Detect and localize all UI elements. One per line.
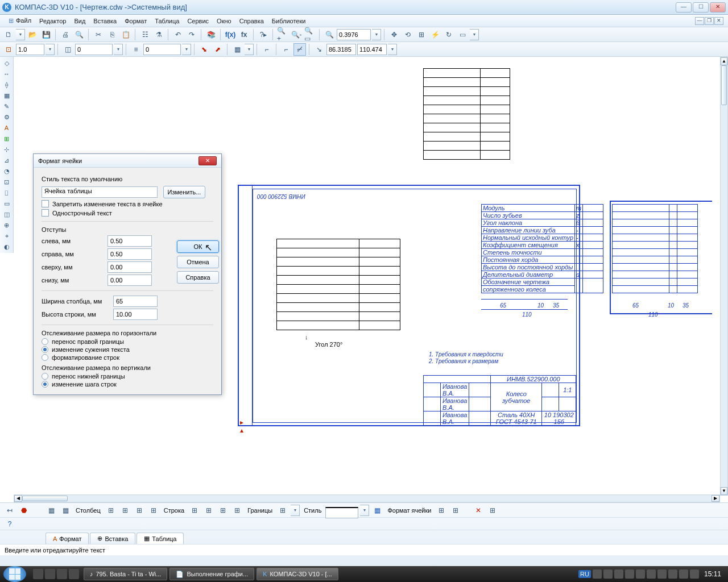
vt-text-icon[interactable]: A [1, 123, 13, 133]
ql-4[interactable] [69, 569, 79, 579]
vertical-scrollbar[interactable]: ▲▼ [720, 57, 728, 496]
lang-indicator[interactable]: RU [578, 570, 591, 578]
tab-format[interactable]: AФормат [46, 533, 89, 544]
tray-9[interactable] [679, 569, 688, 579]
print-icon[interactable]: 🖨 [59, 28, 72, 41]
bp-tbl2[interactable]: ▦ [59, 504, 72, 517]
bp-help-icon[interactable]: ? [3, 518, 16, 530]
radio-v1[interactable] [42, 373, 48, 380]
pan-icon[interactable]: ✥ [388, 28, 400, 41]
menu-window[interactable]: Окно [213, 16, 235, 26]
undo-icon[interactable]: ↶ [172, 28, 184, 41]
indent-bottom[interactable] [107, 275, 152, 286]
radio-h1[interactable] [42, 338, 48, 345]
radio-h2[interactable] [42, 346, 48, 353]
bp-arrow-icon[interactable]: ↤ [3, 504, 16, 517]
menu-format[interactable]: Формат [121, 16, 151, 26]
ql-1[interactable] [33, 569, 43, 579]
ok-button[interactable]: ОК [177, 240, 219, 253]
help-button[interactable]: Справка [177, 271, 219, 284]
tray-4[interactable] [625, 569, 634, 579]
menu-file[interactable]: Файл [5, 16, 35, 26]
linetype-icon[interactable]: ≡ [130, 43, 142, 56]
dialog-close-button[interactable]: ✕ [198, 156, 217, 165]
layer-icon[interactable]: ◫ [61, 43, 74, 56]
vt-spec-icon[interactable]: ⊞ [1, 134, 13, 144]
menu-help[interactable]: Справка [235, 16, 268, 26]
open-icon[interactable]: 📂 [26, 28, 39, 41]
indent-right[interactable] [107, 248, 152, 260]
vt-i3[interactable]: ◔ [1, 166, 13, 176]
vt-edit-icon[interactable]: ✎ [1, 101, 13, 111]
menu-edit[interactable]: Редактор [35, 16, 70, 26]
screen-dropdown[interactable]: ▾ [470, 29, 479, 40]
vt-i8[interactable]: ⊕ [1, 220, 13, 230]
cancel-button[interactable]: Отмена [177, 256, 219, 268]
bp-stop-icon[interactable]: ⬣ [18, 504, 30, 517]
ortho2-icon[interactable]: ⌐ [280, 43, 292, 56]
tab-insert[interactable]: ⊕Вставка [90, 533, 135, 544]
vt-dim-icon[interactable]: ↔ [1, 69, 13, 79]
menu-service[interactable]: Сервис [183, 16, 213, 26]
tray-3[interactable] [614, 569, 623, 579]
coord-y[interactable] [357, 44, 387, 55]
ql-3[interactable] [57, 569, 67, 579]
row-height[interactable] [113, 309, 158, 320]
lib-icon[interactable]: 📚 [205, 28, 217, 41]
vt-i6[interactable]: ▭ [1, 198, 13, 209]
state-v3[interactable] [143, 44, 181, 55]
vt-i4[interactable]: ⊡ [1, 177, 13, 187]
tray-8[interactable] [668, 569, 677, 579]
zoom-window-icon[interactable]: 🔍▭ [304, 28, 316, 41]
menu-insert[interactable]: Вставка [89, 16, 121, 26]
vt-i7[interactable]: ◫ [1, 209, 13, 219]
paste-icon[interactable]: 📋 [119, 28, 132, 41]
coord-x[interactable] [326, 44, 356, 55]
horizontal-scrollbar[interactable]: ◀▶ [14, 494, 720, 502]
bp-grid-icon[interactable]: ▦ [371, 504, 383, 517]
minimize-button[interactable]: — [676, 2, 692, 13]
tray-7[interactable] [657, 569, 667, 579]
indent-top[interactable] [107, 261, 152, 273]
task-1[interactable]: ♪795. Basta - Ti ta - Wi... [84, 568, 167, 580]
indent-left[interactable] [107, 235, 152, 247]
vt-i2[interactable]: ⊿ [1, 155, 13, 165]
clock[interactable]: 15:11 [701, 570, 725, 578]
copy-icon[interactable]: ⎘ [106, 28, 118, 41]
lock-checkbox[interactable] [42, 200, 49, 207]
zoom-fit-icon[interactable]: 🔍 [323, 28, 336, 41]
state-v2[interactable] [75, 44, 113, 55]
copy-props-icon[interactable]: ⚗ [152, 28, 165, 41]
mdi-restore[interactable]: ❐ [705, 17, 714, 25]
zoom-out-icon[interactable]: 🔍- [290, 28, 303, 41]
vt-hatch-icon[interactable]: ▦ [1, 90, 13, 101]
mdi-minimize[interactable]: — [695, 17, 704, 25]
radio-h3[interactable] [42, 354, 48, 361]
menu-view[interactable]: Вид [70, 16, 89, 26]
vt-i9[interactable]: ⌖ [1, 231, 13, 241]
views-icon[interactable]: ⊞ [415, 28, 428, 41]
var-icon[interactable]: f(x) [224, 28, 237, 41]
tray-5[interactable] [636, 569, 645, 579]
snap2-icon[interactable]: ⬈ [212, 43, 224, 56]
vt-i5[interactable]: ⌷ [1, 188, 13, 198]
col-width[interactable] [113, 296, 158, 307]
rotate-icon[interactable]: ⟲ [402, 28, 414, 41]
screen-icon[interactable]: ▭ [456, 28, 469, 41]
menu-table[interactable]: Таблица [151, 16, 183, 26]
vt-geom-icon[interactable]: ◇ [1, 58, 13, 68]
close-button[interactable]: ✕ [710, 2, 726, 13]
ortho3-icon[interactable]: ⌐̸ [293, 43, 306, 56]
vt-i1[interactable]: ⊹ [1, 144, 13, 155]
tray-1[interactable] [593, 569, 602, 579]
preview-icon[interactable]: 🔍 [73, 28, 85, 41]
start-button[interactable] [3, 566, 26, 582]
mdi-close[interactable]: ✕ [714, 17, 723, 25]
vt-marks-icon[interactable]: ⟠ [1, 80, 13, 90]
fx-icon[interactable]: fx [238, 28, 250, 41]
coord-icon[interactable]: ↘ [313, 43, 325, 56]
linestyle-preview[interactable] [325, 507, 358, 518]
tray-2[interactable] [603, 569, 613, 579]
state-v1[interactable] [16, 44, 44, 55]
task-2[interactable]: 📄Выполнение графи... [169, 568, 254, 580]
